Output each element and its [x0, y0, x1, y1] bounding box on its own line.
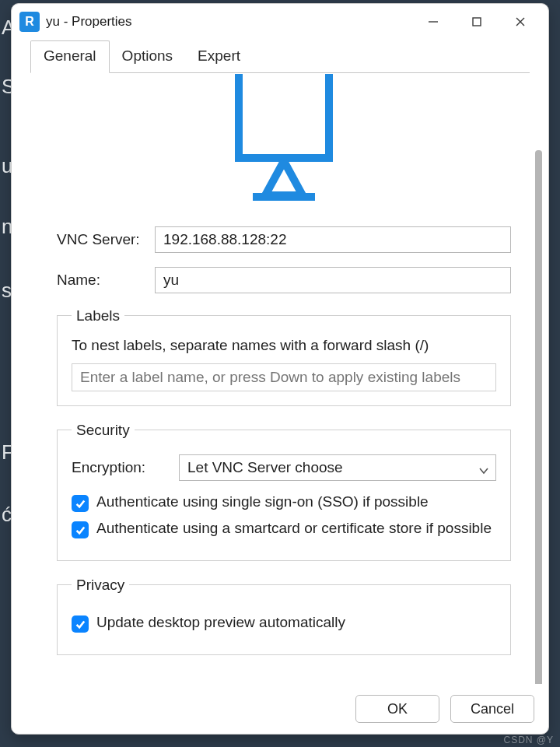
- cancel-button[interactable]: Cancel: [450, 695, 534, 723]
- update-preview-checkbox[interactable]: [72, 615, 89, 633]
- watermark: CSDN @Y: [503, 735, 554, 745]
- svg-rect-1: [473, 18, 481, 26]
- minimize-button[interactable]: [411, 6, 455, 37]
- close-button[interactable]: [499, 6, 542, 37]
- footer: OK Cancel: [12, 689, 548, 734]
- sso-checkbox[interactable]: [72, 495, 89, 512]
- window-title: yu - Properties: [46, 14, 132, 30]
- name-input[interactable]: [155, 267, 511, 293]
- tab-options[interactable]: Options: [110, 41, 185, 72]
- sso-label: Authenticate using single sign-on (SSO) …: [96, 493, 429, 510]
- labels-group: Labels To nest labels, separate names wi…: [57, 307, 511, 406]
- smartcard-label: Authenticate using a smartcard or certif…: [96, 520, 492, 537]
- encryption-label: Encryption:: [72, 459, 179, 476]
- security-legend: Security: [72, 422, 135, 439]
- update-preview-label: Update desktop preview automatically: [96, 614, 345, 631]
- scrollbar[interactable]: [535, 150, 542, 684]
- name-label: Name:: [57, 272, 155, 289]
- encryption-value: Let VNC Server choose: [187, 459, 343, 476]
- vnc-server-input[interactable]: [155, 226, 511, 253]
- titlebar: R yu - Properties: [12, 4, 548, 40]
- privacy-legend: Privacy: [72, 577, 129, 594]
- security-group: Security Encryption: Let VNC Server choo…: [57, 422, 511, 561]
- maximize-button[interactable]: [455, 6, 499, 37]
- labels-input[interactable]: [72, 363, 496, 391]
- chevron-down-icon: [478, 463, 489, 480]
- properties-window: R yu - Properties General Options Expert: [11, 3, 549, 735]
- smartcard-checkbox[interactable]: [72, 521, 89, 538]
- privacy-group: Privacy Update desktop preview automatic…: [57, 577, 511, 655]
- tab-general[interactable]: General: [30, 40, 110, 73]
- labels-hint: To nest labels, separate names with a fo…: [72, 337, 496, 354]
- ok-button[interactable]: OK: [355, 695, 439, 723]
- encryption-select[interactable]: Let VNC Server choose: [179, 454, 496, 481]
- vnc-server-label: VNC Server:: [57, 231, 155, 248]
- tab-expert[interactable]: Expert: [185, 41, 253, 72]
- tabbar: General Options Expert: [12, 40, 548, 72]
- labels-legend: Labels: [72, 307, 124, 324]
- monitor-icon: [57, 74, 511, 205]
- app-icon: R: [19, 12, 40, 32]
